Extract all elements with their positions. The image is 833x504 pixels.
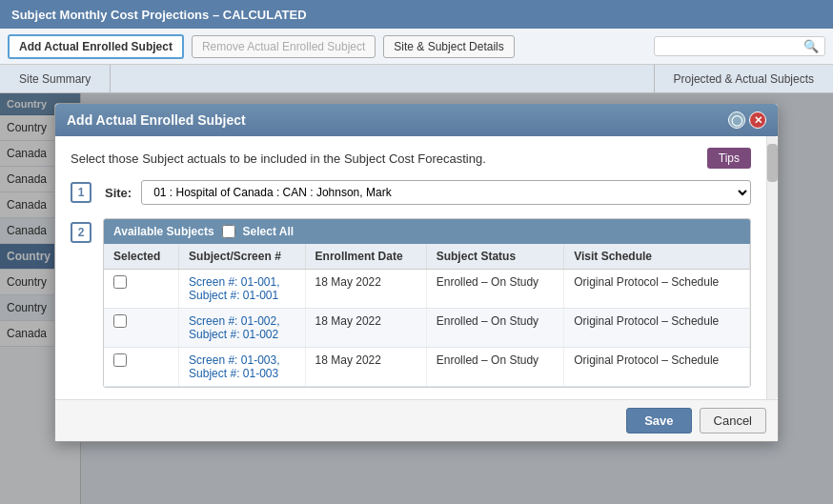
step1-badge: 1 bbox=[71, 182, 91, 203]
site-label: Site: bbox=[105, 186, 132, 200]
row-selected-cell bbox=[104, 309, 179, 348]
subjects-section: Available Subjects Select All SelectedSu… bbox=[103, 218, 751, 388]
modal-footer: Save Cancel bbox=[55, 399, 778, 441]
search-input[interactable] bbox=[660, 40, 803, 53]
nav-tabs: Site Summary Projected & Actual Subjects bbox=[0, 65, 833, 93]
modal-info-row: Select those Subject actuals to be inclu… bbox=[71, 148, 751, 169]
subject-number-link[interactable]: Subject #: 01-002 bbox=[189, 328, 278, 341]
modal-header-icons: ◯ ✕ bbox=[728, 111, 766, 129]
select-all-checkbox[interactable] bbox=[222, 225, 235, 238]
table-header-cell: Subject/Screen # bbox=[179, 244, 305, 270]
modal-header: Add Actual Enrolled Subject ◯ ✕ bbox=[55, 104, 778, 136]
site-select[interactable]: 01 : Hospital of Canada : CAN : Johnson,… bbox=[141, 180, 751, 205]
enrollment-date-cell: 18 May 2022 bbox=[305, 309, 426, 348]
subject-status-cell: Enrolled – On Study bbox=[426, 309, 563, 348]
screen-number-link[interactable]: Screen #: 01-003, bbox=[189, 353, 279, 367]
app-title-bar: Subject Monthly Cost Projections – CALCU… bbox=[0, 0, 833, 29]
table-row: Screen #: 01-002,Subject #: 01-00218 May… bbox=[104, 309, 750, 348]
search-bar[interactable]: 🔍 bbox=[654, 36, 825, 56]
select-all-label: Select All bbox=[243, 225, 295, 238]
tips-button[interactable]: Tips bbox=[707, 148, 751, 169]
site-row: 1 Site: 01 : Hospital of Canada : CAN : … bbox=[71, 180, 751, 205]
table-header-cell: Subject Status bbox=[426, 244, 563, 270]
modal-scrollbar[interactable] bbox=[766, 136, 778, 399]
modal-body: Select those Subject actuals to be inclu… bbox=[55, 136, 766, 399]
cancel-button[interactable]: Cancel bbox=[700, 408, 766, 433]
row-selected-cell bbox=[104, 348, 179, 387]
visit-schedule-cell: Original Protocol – Schedule bbox=[564, 309, 750, 348]
table-header-cell: Visit Schedule bbox=[564, 244, 750, 270]
subject-status-cell: Enrolled – On Study bbox=[426, 348, 563, 387]
table-row: Screen #: 01-001,Subject #: 01-00118 May… bbox=[104, 270, 750, 309]
save-button[interactable]: Save bbox=[626, 408, 691, 433]
modal-info-text: Select those Subject actuals to be inclu… bbox=[71, 151, 486, 166]
subject-number-link[interactable]: Subject #: 01-003 bbox=[189, 367, 278, 380]
search-icon: 🔍 bbox=[803, 39, 819, 53]
screen-number-link[interactable]: Screen #: 01-002, bbox=[189, 314, 279, 328]
screen-number-link[interactable]: Screen #: 01-001, bbox=[189, 275, 279, 289]
remove-enrolled-subject-button[interactable]: Remove Actual Enrolled Subject bbox=[192, 35, 376, 58]
row-selected-cell bbox=[104, 270, 179, 309]
table-header-cell: Enrollment Date bbox=[305, 244, 426, 270]
main-area: Country CountryCanadaCanadaCanadaCanadaC… bbox=[0, 93, 833, 504]
subject-screen-cell: Screen #: 01-003,Subject #: 01-003 bbox=[179, 348, 305, 387]
modal-add-enrolled-subject: Add Actual Enrolled Subject ◯ ✕ Select t… bbox=[54, 103, 779, 442]
app-title: Subject Monthly Cost Projections – CALCU… bbox=[11, 8, 307, 22]
subject-screen-cell: Screen #: 01-001,Subject #: 01-001 bbox=[179, 270, 305, 309]
toolbar: Add Actual Enrolled Subject Remove Actua… bbox=[0, 29, 833, 65]
step2-badge: 2 bbox=[71, 222, 91, 243]
table-header-cell: Selected bbox=[104, 244, 179, 270]
row-checkbox[interactable] bbox=[113, 314, 127, 328]
modal-overlay: Add Actual Enrolled Subject ◯ ✕ Select t… bbox=[0, 93, 833, 504]
subject-number-link[interactable]: Subject #: 01-001 bbox=[189, 289, 278, 302]
visit-schedule-cell: Original Protocol – Schedule bbox=[564, 348, 750, 387]
subject-status-cell: Enrolled – On Study bbox=[426, 270, 563, 309]
subjects-header-row: Available Subjects Select All bbox=[104, 219, 750, 244]
table-container: SelectedSubject/Screen #Enrollment DateS… bbox=[104, 244, 750, 387]
modal-scrollbar-thumb[interactable] bbox=[767, 144, 778, 182]
tab-projected-actual[interactable]: Projected & Actual Subjects bbox=[654, 65, 833, 92]
tab-site-summary[interactable]: Site Summary bbox=[0, 65, 111, 92]
add-enrolled-subject-button[interactable]: Add Actual Enrolled Subject bbox=[8, 34, 184, 59]
modal-title: Add Actual Enrolled Subject bbox=[67, 112, 246, 128]
row-checkbox[interactable] bbox=[113, 353, 127, 367]
enrollment-date-cell: 18 May 2022 bbox=[305, 270, 426, 309]
modal-minimize-button[interactable]: ◯ bbox=[728, 111, 745, 129]
subjects-table: SelectedSubject/Screen #Enrollment DateS… bbox=[104, 244, 750, 387]
available-subjects-label: Available Subjects bbox=[113, 225, 214, 238]
site-subject-details-button[interactable]: Site & Subject Details bbox=[383, 35, 514, 58]
subject-screen-cell: Screen #: 01-002,Subject #: 01-002 bbox=[179, 309, 305, 348]
table-row: Screen #: 01-003,Subject #: 01-00318 May… bbox=[104, 348, 750, 387]
modal-scroll-wrapper: Select those Subject actuals to be inclu… bbox=[55, 136, 778, 399]
row-checkbox[interactable] bbox=[113, 275, 127, 289]
visit-schedule-cell: Original Protocol – Schedule bbox=[564, 270, 750, 309]
enrollment-date-cell: 18 May 2022 bbox=[305, 348, 426, 387]
modal-close-button[interactable]: ✕ bbox=[749, 111, 766, 129]
